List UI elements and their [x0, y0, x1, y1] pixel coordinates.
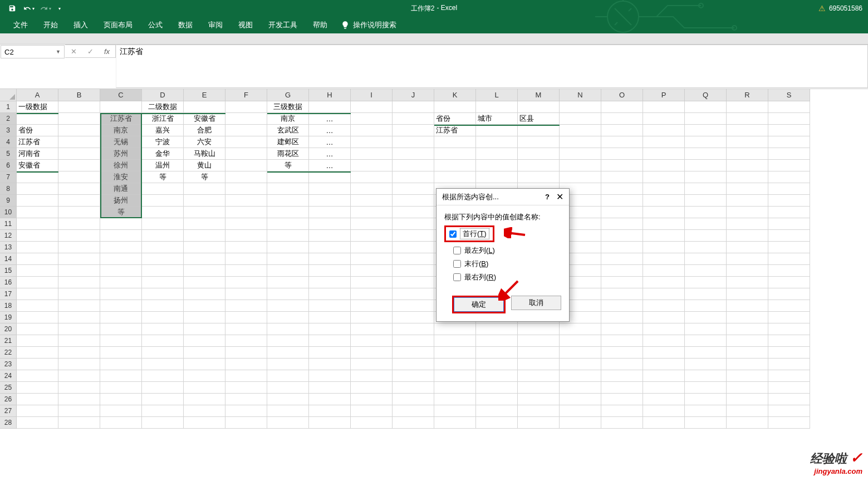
cell[interactable] — [267, 288, 309, 300]
cell[interactable] — [100, 218, 142, 230]
cell[interactable] — [476, 323, 518, 335]
cell[interactable] — [142, 335, 184, 347]
cell[interactable] — [351, 417, 393, 429]
cell[interactable] — [309, 253, 351, 265]
cell[interactable] — [100, 394, 142, 405]
cell[interactable] — [393, 242, 434, 253]
cell[interactable] — [225, 394, 267, 405]
cell[interactable] — [601, 382, 643, 394]
cell[interactable] — [643, 148, 685, 160]
cell[interactable] — [58, 300, 100, 312]
cell[interactable]: 合肥 — [184, 125, 225, 136]
cell[interactable] — [518, 370, 560, 382]
cell[interactable] — [184, 394, 225, 405]
cell[interactable] — [685, 242, 727, 253]
cell[interactable] — [17, 277, 58, 288]
cell[interactable] — [518, 160, 560, 171]
cell[interactable] — [351, 277, 393, 288]
cell[interactable] — [601, 288, 643, 300]
cell[interactable] — [560, 370, 601, 382]
cell[interactable]: 等 — [100, 207, 142, 218]
cell[interactable] — [267, 323, 309, 335]
cell[interactable] — [225, 253, 267, 265]
cell[interactable] — [225, 370, 267, 382]
cell[interactable] — [768, 101, 810, 113]
cell[interactable] — [351, 347, 393, 359]
cell[interactable] — [643, 382, 685, 394]
column-header[interactable]: A — [17, 89, 58, 101]
row-header[interactable]: 1 — [0, 101, 17, 113]
tell-me-search[interactable]: 操作说明搜索 — [341, 20, 396, 30]
cell[interactable] — [17, 382, 58, 394]
cell[interactable] — [184, 195, 225, 207]
cell[interactable]: … — [309, 148, 351, 160]
cell[interactable] — [393, 335, 434, 347]
cell[interactable] — [643, 195, 685, 207]
cell[interactable] — [351, 125, 393, 136]
cell[interactable] — [58, 101, 100, 113]
cell[interactable] — [58, 288, 100, 300]
cell[interactable] — [309, 347, 351, 359]
tab-help[interactable]: 帮助 — [305, 17, 335, 33]
cell[interactable] — [17, 417, 58, 429]
cell[interactable] — [727, 160, 768, 171]
column-header[interactable]: P — [643, 89, 685, 101]
cell[interactable] — [309, 312, 351, 323]
cell[interactable] — [518, 359, 560, 370]
cell[interactable] — [225, 405, 267, 417]
cell[interactable] — [17, 265, 58, 277]
cell[interactable] — [351, 253, 393, 265]
row-header[interactable]: 18 — [0, 300, 17, 312]
cell[interactable] — [309, 242, 351, 253]
cell[interactable] — [17, 359, 58, 370]
cell[interactable] — [476, 347, 518, 359]
cell[interactable] — [351, 394, 393, 405]
row-header[interactable]: 25 — [0, 382, 17, 394]
name-box[interactable]: C2 ▼ — [1, 45, 65, 58]
cell[interactable] — [601, 265, 643, 277]
cell[interactable] — [142, 277, 184, 288]
cell[interactable] — [685, 323, 727, 335]
cell[interactable] — [58, 417, 100, 429]
cell[interactable] — [142, 230, 184, 242]
cell[interactable]: 嘉兴 — [142, 125, 184, 136]
cell[interactable] — [267, 183, 309, 195]
cell[interactable] — [727, 136, 768, 148]
cell[interactable] — [601, 125, 643, 136]
cell[interactable] — [142, 370, 184, 382]
cell[interactable]: 城市 — [476, 113, 518, 125]
row-header[interactable]: 8 — [0, 183, 17, 195]
cell[interactable] — [225, 242, 267, 253]
cell[interactable] — [393, 312, 434, 323]
cell[interactable] — [100, 347, 142, 359]
cell[interactable] — [727, 359, 768, 370]
ok-button[interactable]: 确定 — [454, 297, 504, 312]
cell[interactable] — [225, 277, 267, 288]
cell[interactable] — [351, 265, 393, 277]
cell[interactable] — [225, 265, 267, 277]
cell[interactable]: 雨花区 — [267, 148, 309, 160]
cell[interactable]: 河南省 — [17, 148, 58, 160]
cell[interactable] — [601, 171, 643, 183]
cell[interactable] — [685, 265, 727, 277]
cell[interactable] — [601, 183, 643, 195]
cell[interactable]: 省份 — [17, 125, 58, 136]
cell[interactable] — [142, 347, 184, 359]
column-header[interactable]: K — [434, 89, 476, 101]
column-header[interactable]: N — [560, 89, 601, 101]
cell[interactable] — [58, 405, 100, 417]
cell[interactable] — [476, 101, 518, 113]
cell[interactable] — [601, 300, 643, 312]
cell[interactable] — [643, 370, 685, 382]
cell[interactable] — [225, 359, 267, 370]
cell[interactable] — [643, 394, 685, 405]
cell[interactable] — [727, 113, 768, 125]
save-button[interactable] — [4, 2, 20, 15]
row-header[interactable]: 10 — [0, 207, 17, 218]
cell[interactable] — [727, 218, 768, 230]
cell[interactable] — [184, 230, 225, 242]
column-header[interactable]: L — [476, 89, 518, 101]
cell[interactable] — [58, 277, 100, 288]
cell[interactable] — [393, 300, 434, 312]
cell[interactable] — [142, 183, 184, 195]
